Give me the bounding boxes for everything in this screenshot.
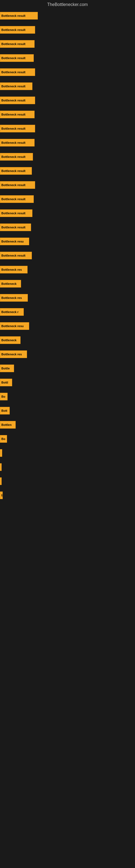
bar-row: Bottleneck res	[0, 349, 135, 359]
bar-gap	[0, 388, 135, 392]
bar-gap	[0, 162, 135, 166]
bar-row	[0, 500, 135, 502]
bottleneck-bar: E	[0, 492, 3, 499]
bars-container: Bottleneck resultBottleneck resultBottle…	[0, 8, 135, 509]
bar-gap	[0, 246, 135, 251]
bar-gap	[0, 430, 135, 434]
bar-label: Bottle	[1, 367, 10, 370]
bottleneck-bar: Bottleneck resu	[0, 322, 29, 330]
bar-gap	[0, 232, 135, 237]
bottleneck-bar: Bottleneck result	[0, 111, 35, 118]
bottleneck-bar	[0, 449, 2, 457]
bar-gap	[0, 204, 135, 208]
bottleneck-bar: Bottleneck result	[0, 139, 35, 147]
bar-gap	[0, 176, 135, 180]
bar-label: Bottleneck result	[1, 85, 26, 88]
bar-gap	[0, 331, 135, 335]
bar-row: Bottleneck resu	[0, 237, 135, 246]
bar-row: Bo	[0, 434, 135, 444]
bar-row: Bottle	[0, 364, 135, 373]
bottleneck-bar: Bottleneck result	[0, 181, 35, 189]
bar-label: Bottleneck result	[1, 113, 26, 116]
bar-row: Bottleneck result	[0, 11, 135, 21]
bar-row: Bottleneck resu	[0, 321, 135, 331]
bottleneck-bar: |	[0, 463, 2, 471]
bottleneck-bar: Bottleneck result	[0, 223, 31, 231]
bar-gap	[0, 190, 135, 194]
bottleneck-bar: Bottleneck r	[0, 308, 24, 316]
bar-row: Bottl	[0, 378, 135, 388]
bottleneck-bar	[0, 477, 2, 485]
bar-gap	[0, 401, 135, 406]
bar-row: Bottleneck result	[0, 82, 135, 91]
bar-gap	[0, 133, 135, 138]
bar-row: Bottleneck result	[0, 152, 135, 162]
bar-label: Bottleneck result	[1, 141, 26, 144]
bar-label: Bottleneck result	[1, 212, 26, 215]
bottleneck-bar: Bottl	[0, 379, 12, 386]
bar-label: Bottleneck result	[1, 42, 26, 45]
bottleneck-bar: Bottleneck res	[0, 294, 28, 302]
bottleneck-bar: Bo	[0, 435, 7, 443]
bar-label: Bottleneck result	[1, 14, 26, 18]
bar-label: Bottleneck res	[1, 268, 22, 271]
bar-label: Bottleneck result	[1, 183, 26, 187]
bottleneck-bar: Bottlen	[0, 421, 16, 429]
bottleneck-bar: Bottleneck result	[0, 54, 34, 62]
bar-gap	[0, 444, 135, 448]
bar-row: Bottleneck	[0, 335, 135, 345]
bottleneck-bar: Bottleneck result	[0, 83, 32, 90]
bar-gap	[0, 119, 135, 124]
bottleneck-bar: Bottleneck result	[0, 97, 35, 104]
bar-row	[0, 504, 135, 507]
bar-label: Bottleneck	[1, 282, 16, 285]
bar-row	[0, 502, 135, 504]
bar-gap	[0, 49, 135, 53]
bar-row: Bottlen	[0, 420, 135, 430]
bar-label: Bottleneck result	[1, 226, 26, 229]
bar-gap	[0, 77, 135, 82]
bar-row: Bottleneck r	[0, 307, 135, 317]
bar-label: Bottleneck result	[1, 28, 26, 31]
bar-label: Bottleneck r	[1, 310, 18, 314]
bar-label: Bottleneck res	[1, 352, 22, 356]
bar-gap	[0, 148, 135, 152]
bottleneck-bar: Bottleneck result	[0, 125, 35, 132]
bar-label: Bottleneck result	[1, 70, 26, 74]
page-container: TheBottlenecker.com Bottleneck resultBot…	[0, 0, 135, 509]
bottleneck-bar: Bottleneck res	[0, 266, 28, 273]
bar-label: Bottleneck result	[1, 56, 26, 60]
bar-row: Bottleneck result	[0, 251, 135, 260]
bar-gap	[0, 289, 135, 293]
bottleneck-bar: Bottleneck result	[0, 195, 34, 203]
bar-label: |	[1, 465, 2, 469]
bar-row: Bottleneck result	[0, 67, 135, 77]
site-title: TheBottlenecker.com	[0, 0, 135, 8]
bar-label: Bottleneck	[1, 339, 16, 342]
bar-label: Bottleneck resu	[1, 240, 24, 243]
bar-gap	[0, 91, 135, 95]
bottleneck-bar: Bottleneck result	[0, 26, 35, 34]
bar-gap	[0, 63, 135, 67]
bar-row	[0, 476, 135, 486]
bar-gap	[0, 35, 135, 39]
bottleneck-bar: Bottleneck result	[0, 252, 32, 259]
bar-gap	[0, 415, 135, 420]
bottleneck-bar: Bottleneck result	[0, 167, 32, 175]
bar-row: Bottleneck res	[0, 265, 135, 275]
bar-row	[0, 448, 135, 458]
bottleneck-bar: Bottleneck	[0, 336, 20, 344]
bar-label: Bottleneck result	[1, 99, 26, 102]
bottleneck-bar: Bottleneck result	[0, 12, 38, 20]
bar-label: Bottleneck res	[1, 296, 22, 300]
bottleneck-bar: Bottleneck res	[0, 350, 27, 358]
bar-gap	[0, 317, 135, 321]
bottleneck-bar: Bottleneck result	[0, 40, 35, 48]
bar-row: Bottleneck	[0, 279, 135, 289]
bar-row: Bottleneck result	[0, 194, 135, 204]
bottleneck-bar: Bottleneck result	[0, 68, 35, 76]
bar-row: Bottleneck result	[0, 39, 135, 49]
bar-row: Bottleneck result	[0, 53, 135, 63]
bar-gap	[0, 472, 135, 476]
bar-gap	[0, 373, 135, 378]
